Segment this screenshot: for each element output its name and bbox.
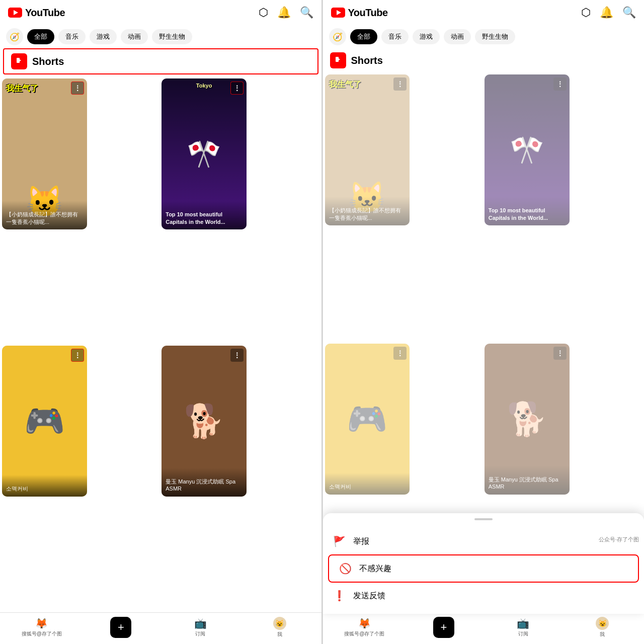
sheet-handle [474,518,493,520]
cast-icon[interactable]: ⬡ [259,6,268,19]
more-btn-anime[interactable]: ⋮ [230,82,244,95]
right-cat-title: 【小奶猫成長記】誰不想拥有一隻香蕉小猫呢... [325,197,410,225]
right-panel: YouTube ⬡ 🔔 🔍 🧭 全部 音乐 游戏 动画 野生生物 Shorts [323,0,645,644]
right-dog-title: 曼玉 Manyu 沉浸式助眠 Spa ASMR [485,466,570,495]
video-card-dog[interactable]: 🐕 ⋮ 曼玉 Manyu 沉浸式助眠 Spa ASMR [162,346,247,497]
sheet-item-report[interactable]: 🚩 举报 [323,528,645,554]
left-header: YouTube ⬡ 🔔 🔍 [0,0,321,25]
right-tab-all[interactable]: 全部 [350,29,377,44]
right-brand-icon: 🦊 [358,617,371,629]
right-subscriptions-label: 订阅 [518,630,528,637]
tab-anime[interactable]: 动画 [121,29,148,44]
right-bell-icon[interactable]: 🔔 [600,6,613,19]
left-logo: YouTube [8,7,65,19]
right-nav-item-brand[interactable]: 🦊 搜狐号@存了个图 [325,617,405,637]
video-card-cat[interactable]: 🐱 我生气了 ⋮ 【小奶猫成長記】誰不想拥有一隻香蕉小猫呢... [2,78,87,229]
right-search-icon[interactable]: 🔍 [622,6,636,19]
right-logo: YouTube [331,7,388,19]
right-brand-label: 搜狐号@存了个图 [344,630,384,637]
right-header: YouTube ⬡ 🔔 🔍 [323,0,645,25]
youtube-icon-right [331,8,345,18]
youtube-icon [8,8,22,18]
right-youtube-logo-text: YouTube [348,7,388,19]
right-tab-wildlife[interactable]: 野生生物 [475,29,515,44]
subscriptions-icon: 📺 [194,617,207,629]
feedback-label: 发送反馈 [353,591,385,601]
more-btn-dog[interactable]: ⋮ [230,349,244,362]
left-video-grid: 🐱 我生气了 ⋮ 【小奶猫成長記】誰不想拥有一隻香蕉小猫呢... 🎌 Tokyo… [0,76,321,612]
subscriptions-label: 订阅 [195,630,205,637]
compass-icon[interactable]: 🧭 [6,28,23,45]
right-more-btn-anime[interactable]: ⋮ [553,77,567,91]
right-subscriptions-icon: 📺 [517,617,529,629]
right-kirby-title: 소맥커비 [325,473,410,494]
right-header-icons: ⬡ 🔔 🔍 [581,6,636,19]
brand-icon: 🦊 [35,617,48,629]
right-anime-title: Top 10 most beautiful Capitals in the Wo… [485,197,570,225]
right-video-card-cat[interactable]: 🐱 我生气了 ⋮ 【小奶猫成長記】誰不想拥有一隻香蕉小猫呢... [325,74,410,225]
right-nav-item-add[interactable]: + [404,617,484,638]
right-tab-games[interactable]: 游戏 [413,29,440,44]
youtube-logo-text: YouTube [25,7,65,19]
left-bottom-nav: 🦊 搜狐号@存了个图 + 📺 订阅 😺 我 [0,612,321,644]
nav-item-add[interactable]: + [82,617,161,638]
more-btn-cat[interactable]: ⋮ [71,82,84,95]
right-filter-tabs: 🧭 全部 音乐 游戏 动画 野生生物 [323,25,645,48]
right-video-card-anime[interactable]: 🎌 ⋮ Top 10 most beautiful Capitals in th… [485,74,570,225]
nav-item-subscriptions[interactable]: 📺 订阅 [160,617,240,637]
ban-icon: 🚫 [339,562,351,575]
sheet-item-not-interested[interactable]: 🚫 不感兴趣 [328,554,639,583]
nav-item-brand[interactable]: 🦊 搜狐号@存了个图 [2,617,82,637]
right-add-button[interactable]: + [433,617,454,638]
not-interested-label: 不感兴趣 [359,564,391,574]
right-shorts-header: Shorts [323,48,645,72]
me-label: 我 [277,631,282,638]
bell-icon[interactable]: 🔔 [277,6,291,19]
right-avatar-icon: 😺 [596,617,609,630]
avatar-icon: 😺 [273,617,286,630]
left-panel: YouTube ⬡ 🔔 🔍 🧭 全部 音乐 游戏 动画 野生生物 Shorts [0,0,321,644]
feedback-icon: ❗ [333,590,345,602]
kirby-title: 소맥커비 [2,475,87,496]
right-tab-anime[interactable]: 动画 [444,29,471,44]
right-compass-icon[interactable]: 🧭 [329,28,346,45]
nav-item-me[interactable]: 😺 我 [240,617,319,638]
right-video-card-dog[interactable]: 🐕 ⋮ 曼玉 Manyu 沉浸式助眠 Spa ASMR [485,344,570,495]
search-icon[interactable]: 🔍 [300,6,313,19]
right-cast-icon[interactable]: ⬡ [581,6,591,19]
right-video-card-kirby[interactable]: 🎮 ⋮ 소맥커비 [325,344,410,495]
add-button[interactable]: + [110,617,131,638]
left-filter-tabs: 🧭 全部 音乐 游戏 动画 野生生物 [0,25,321,48]
left-shorts-header: Shorts [3,48,318,74]
right-more-btn-cat[interactable]: ⋮ [393,77,407,91]
tab-games[interactable]: 游戏 [90,29,117,44]
right-cat-chinese-label: 我生气了 [329,79,361,90]
cat-title: 【小奶猫成長記】誰不想拥有一隻香蕉小猫呢... [2,201,87,229]
main-container: YouTube ⬡ 🔔 🔍 🧭 全部 音乐 游戏 动画 野生生物 Shorts [0,0,644,644]
right-tab-music[interactable]: 音乐 [381,29,409,44]
tab-wildlife[interactable]: 野生生物 [152,29,192,44]
anime-title: Top 10 most beautiful Capitals in the Wo… [162,201,247,229]
right-bottom-nav: 🦊 搜狐号@存了个图 + 📺 订阅 😺 我 [323,612,645,644]
report-label: 举报 [353,536,369,547]
bottom-sheet: 🚩 举报 🚫 不感兴趣 ❗ 发送反馈 [323,513,645,614]
right-me-label: 我 [600,631,605,638]
video-card-kirby[interactable]: 🎮 ⋮ 소맥커비 [2,346,87,497]
tab-all[interactable]: 全部 [27,29,54,44]
video-card-anime[interactable]: 🎌 Tokyo ⋮ Top 10 most beautiful Capitals… [162,78,247,229]
cat-chinese-label: 我生气了 [6,84,38,94]
right-nav-item-subscriptions[interactable]: 📺 订阅 [484,617,563,637]
left-shorts-title: Shorts [32,56,64,67]
right-more-btn-dog[interactable]: ⋮ [553,347,567,360]
more-btn-kirby[interactable]: ⋮ [71,349,84,362]
tab-music[interactable]: 音乐 [58,29,86,44]
right-watermark: 公众号·存了个图 [599,536,639,543]
dog-title: 曼玉 Manyu 沉浸式助眠 Spa ASMR [162,468,247,497]
right-more-btn-kirby[interactable]: ⋮ [393,347,407,360]
right-shorts-title: Shorts [351,55,383,66]
brand-label: 搜狐号@存了个图 [22,630,62,637]
right-nav-item-me[interactable]: 😺 我 [562,617,642,638]
shorts-logo-left [11,53,27,69]
shorts-logo-right [330,52,346,68]
sheet-item-feedback[interactable]: ❗ 发送反馈 [323,583,645,609]
